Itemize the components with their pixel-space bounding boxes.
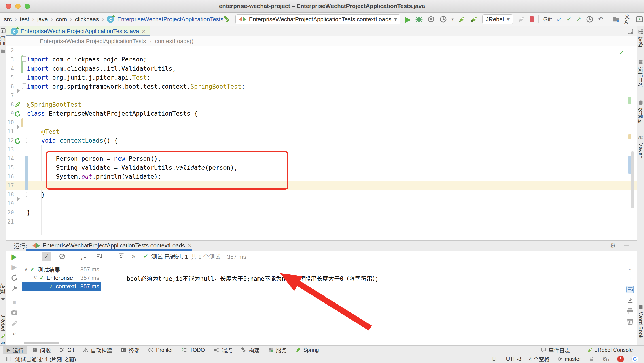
gutter-arrow-icon[interactable] (17, 88, 20, 93)
sidebar-item-project[interactable]: 项目 (0, 28, 6, 54)
unlock-icon[interactable] (589, 356, 594, 362)
gutter-arrow-icon[interactable] (17, 125, 20, 129)
sidebar-item-structure[interactable]: 结构 (637, 29, 644, 47)
minimize-window-button[interactable] (15, 3, 20, 9)
toolbar-item-endpoints[interactable]: 端点 (210, 346, 236, 354)
breadcrumb-item[interactable]: test (20, 16, 29, 23)
sidebar-item-wordbook[interactable]: Word Book (637, 305, 644, 339)
toolbar-item-profiler[interactable]: Profiler (144, 346, 177, 354)
auto-rerun-icon[interactable] (10, 274, 18, 282)
soft-wrap-toggle[interactable] (626, 286, 634, 293)
git-push-icon[interactable]: ↗ (576, 16, 582, 22)
jrebel-debug-icon[interactable] (470, 15, 478, 23)
code-line[interactable]: 9class EnterpriseWechatProjectApplicatio… (6, 109, 637, 118)
toolbar-item-build[interactable]: 构建 (237, 346, 263, 354)
arrow-up-icon[interactable]: ↑ (628, 267, 632, 273)
jrebel-select[interactable]: JRebel ▾ (482, 14, 513, 24)
coverage-button[interactable] (427, 15, 435, 23)
chevron-down-icon[interactable]: ∨ (24, 266, 28, 272)
sort-by-duration-button[interactable] (94, 252, 104, 261)
chevron-down-icon[interactable]: ∨ (34, 275, 37, 281)
code-line[interactable]: 12 void contextLoads() { (6, 136, 637, 145)
code-line[interactable]: 11 @Test (6, 127, 637, 136)
scroll-to-end-icon[interactable] (626, 296, 634, 304)
sidebar-item-database[interactable]: 数据库 (637, 100, 644, 124)
google-icon[interactable]: G (632, 356, 638, 362)
toolbar-item-problems[interactable]: 问题 (28, 346, 54, 354)
test-passed-run-icon[interactable] (14, 137, 21, 145)
profiler-clock-icon[interactable] (440, 15, 447, 23)
more-icon[interactable]: » (132, 253, 136, 260)
code-line[interactable]: 4import com.clickpaas.uitl.ValidatorUtil… (6, 64, 637, 73)
run-button[interactable]: ▶ (405, 15, 411, 23)
git-branch-widget[interactable]: master (557, 356, 581, 362)
code-line[interactable]: 21 (6, 217, 637, 226)
translate-icon[interactable]: 文A (624, 14, 631, 24)
editor-scrollbar[interactable] (631, 151, 634, 208)
toolbar-item-run[interactable]: ▶ 运行 (3, 346, 27, 354)
test-tree-row-selected[interactable]: ✓ contextL 357 ms (22, 282, 101, 291)
wrench-icon[interactable] (10, 285, 18, 293)
sidebar-item-remote-host[interactable]: 远程主机 (637, 59, 644, 88)
sidebar-item-favorites[interactable]: 收藏 ★ (0, 283, 6, 302)
fold-marker[interactable]: − (22, 192, 27, 197)
horizontal-scrollbar[interactable] (24, 342, 60, 344)
code-line[interactable]: 3import com.clickpaas.pojo.Person; (6, 55, 637, 64)
minimize-icon[interactable]: ─ (624, 242, 629, 249)
run-anything-icon[interactable] (636, 15, 643, 23)
code-line[interactable]: 5import org.junit.jupiter.api.Test; (6, 73, 637, 82)
rerun-button[interactable]: ▶ (12, 253, 17, 260)
code-line[interactable]: 19 (6, 199, 637, 208)
breadcrumb-item[interactable]: com (56, 16, 67, 23)
print-icon[interactable] (626, 307, 634, 315)
code-line[interactable]: 18 } (6, 190, 637, 199)
toolbar-item-git[interactable]: Git (56, 346, 78, 354)
sidebar-item-maven[interactable]: m Maven (637, 133, 644, 158)
test-passed-run-icon[interactable] (14, 110, 21, 118)
event-log-button[interactable]: 事件日志 (537, 346, 574, 354)
build-hammer-icon[interactable] (224, 15, 231, 23)
jrebel-console-button[interactable]: JRebel Console (584, 346, 636, 354)
trash-icon[interactable] (626, 318, 634, 326)
debug-button[interactable] (415, 15, 423, 23)
breadcrumb-method[interactable]: contextLoads() (155, 38, 194, 45)
toolbar-item-spring[interactable]: Spring (292, 346, 322, 354)
zoom-window-button[interactable] (24, 3, 30, 9)
gears-icon[interactable]: ⚙⚙ (602, 356, 610, 362)
test-tree-row[interactable]: ∨ ✓ EnterpriseW 357 ms (22, 274, 101, 282)
show-ignored-toggle[interactable] (57, 252, 67, 261)
toolbar-item-todo[interactable]: TODO (178, 346, 209, 354)
code-line[interactable]: 20} (6, 208, 637, 217)
indent-indicator[interactable]: 4 个空格 (529, 355, 550, 363)
line-separator-indicator[interactable]: LF (492, 356, 498, 362)
toolbar-item-services[interactable]: 服务 (264, 346, 290, 354)
code-editor[interactable]: 23import com.clickpaas.pojo.Person;4impo… (6, 46, 637, 240)
gear-icon[interactable]: ⚙ (610, 242, 616, 249)
git-update-icon[interactable]: ↙ (557, 16, 562, 22)
code-line[interactable]: 2 (6, 46, 637, 55)
jrebel-run-icon[interactable] (458, 15, 466, 23)
arrow-down-icon[interactable]: ↓ (628, 276, 632, 283)
code-line[interactable]: 8@SpringBootTest (6, 100, 637, 109)
more-icon[interactable]: » (12, 331, 16, 337)
breadcrumb-class[interactable]: EnterpriseWechatProjectApplicationTests (117, 16, 224, 23)
fold-marker[interactable]: − (22, 138, 27, 143)
fold-marker[interactable]: − (22, 83, 27, 89)
fold-marker[interactable]: − (22, 56, 27, 62)
git-history-icon[interactable] (586, 15, 594, 23)
console-output[interactable]: bool必须为true;id不能为null，长度大于0;name不能为null,… (101, 262, 624, 345)
window-frame-icon[interactable] (6, 356, 12, 362)
red-badge-icon[interactable]: ! (617, 356, 624, 362)
chevron-down-icon[interactable]: ▾ (452, 17, 454, 21)
stop-button[interactable] (530, 16, 534, 22)
test-tree-row[interactable]: ∨ ✓ 测试结果 357 ms (22, 265, 101, 274)
sort-alphabetically-button[interactable]: az (79, 252, 89, 261)
expand-collapse-button[interactable] (116, 252, 126, 261)
encoding-indicator[interactable]: UTF-8 (506, 356, 521, 362)
close-icon[interactable]: × (188, 242, 192, 249)
run-configuration-select[interactable]: EnterpriseWechatProjectApplicationTests.… (236, 14, 400, 24)
inspections-ok-icon[interactable]: ✓ (619, 49, 624, 56)
gutter-arrow-icon[interactable] (17, 197, 20, 201)
code-line[interactable]: 6import org.springframework.boot.test.co… (6, 82, 637, 91)
sidebar-item-jrebel[interactable]: JRebel JR (0, 315, 6, 345)
